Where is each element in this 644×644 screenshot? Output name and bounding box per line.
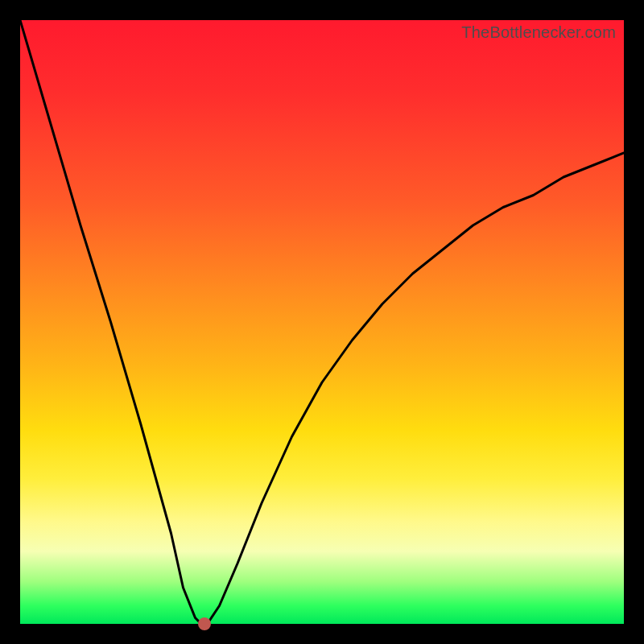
bottleneck-curve xyxy=(20,20,624,624)
watermark-text: TheBottlenecker.com xyxy=(461,23,616,42)
plot-area: TheBottlenecker.com xyxy=(20,20,624,624)
curve-path xyxy=(20,20,624,624)
optimal-point-marker xyxy=(198,617,211,630)
chart-frame: TheBottlenecker.com xyxy=(0,0,644,644)
